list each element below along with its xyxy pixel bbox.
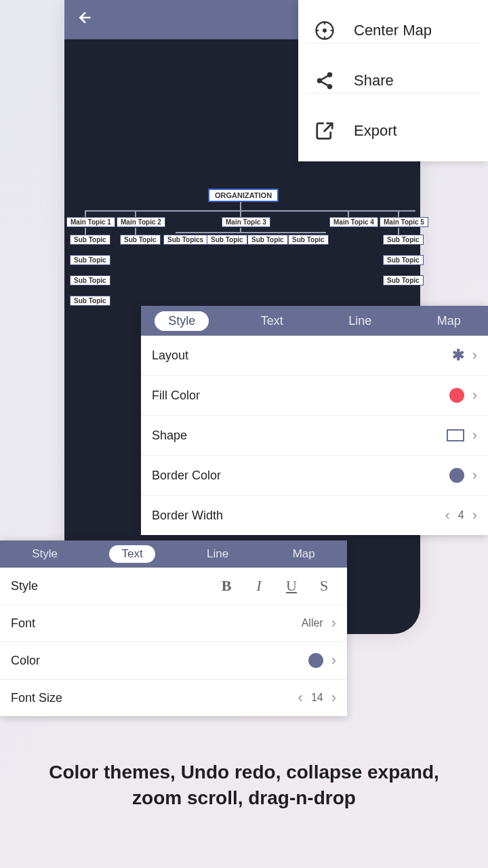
- row-text-color[interactable]: Color ›: [0, 642, 347, 679]
- tab-map[interactable]: Map: [424, 311, 474, 331]
- text-panel-tabs: Style Text Line Map: [0, 540, 347, 568]
- sub-topic-node[interactable]: Sub Topics: [163, 235, 207, 245]
- menu-item-export[interactable]: Export: [298, 106, 488, 156]
- sub-topic-node[interactable]: Sub Topic: [70, 275, 110, 285]
- tab-style[interactable]: Style: [20, 545, 70, 563]
- chevron-left-icon[interactable]: ‹: [445, 507, 449, 524]
- svg-line-10: [322, 82, 328, 85]
- chevron-right-icon: ›: [331, 614, 336, 632]
- main-topic-node[interactable]: Main Topic 4: [329, 217, 378, 227]
- caption-line-1: Color themes, Undo redo, collapse expand…: [20, 760, 468, 785]
- chevron-right-icon[interactable]: ›: [472, 507, 477, 524]
- row-label: Shape: [152, 429, 187, 443]
- chevron-right-icon: ›: [472, 427, 477, 444]
- row-font-size: Font Size ‹ 14 ›: [0, 679, 347, 716]
- row-label: Border Width: [152, 509, 223, 523]
- style-panel-tabs: Style Text Line Map: [141, 306, 488, 336]
- main-topic-node[interactable]: Main Topic 5: [380, 217, 428, 227]
- svg-point-1: [323, 29, 326, 32]
- tab-style[interactable]: Style: [155, 311, 209, 331]
- menu-item-share[interactable]: Share: [298, 56, 488, 106]
- tab-line[interactable]: Line: [335, 311, 385, 331]
- chevron-right-icon: ›: [472, 467, 477, 484]
- caption-line-2: zoom scroll, drag-n-drop: [20, 785, 468, 811]
- row-border-width: Border Width ‹ 4 ›: [141, 496, 488, 535]
- sub-topic-node[interactable]: Sub Topic: [70, 235, 110, 245]
- chevron-right-icon: ›: [472, 387, 477, 404]
- back-arrow-icon[interactable]: [77, 9, 94, 31]
- row-label: Style: [11, 579, 38, 593]
- text-color-swatch: [308, 653, 323, 668]
- text-panel: Style Text Line Map Style B I U S Font A…: [0, 540, 347, 716]
- underline-button[interactable]: U: [279, 577, 304, 595]
- chevron-right-icon[interactable]: ›: [331, 689, 336, 707]
- row-label: Font Size: [11, 691, 62, 705]
- row-layout[interactable]: Layout ✱ ›: [141, 336, 488, 376]
- sub-topic-node[interactable]: Sub Topic: [383, 255, 424, 265]
- menu-label: Share: [354, 72, 394, 90]
- style-panel: Style Text Line Map Layout ✱ › Fill Colo…: [141, 306, 488, 535]
- italic-button[interactable]: I: [247, 577, 271, 595]
- row-font[interactable]: Font Aller ›: [0, 605, 347, 642]
- row-border-color[interactable]: Border Color ›: [141, 456, 488, 496]
- svg-point-6: [327, 73, 333, 78]
- border-color-swatch: [449, 468, 464, 483]
- border-width-value: 4: [458, 509, 464, 521]
- strikethrough-button[interactable]: S: [312, 577, 336, 595]
- svg-point-8: [327, 84, 333, 90]
- crosshair-icon: [314, 20, 335, 41]
- shape-rect-icon: [447, 429, 464, 441]
- main-topic-node[interactable]: Main Topic 2: [117, 217, 165, 227]
- share-icon: [314, 71, 335, 91]
- sub-topic-node[interactable]: Sub Topic: [288, 235, 329, 245]
- sub-topic-node[interactable]: Sub Topic: [70, 255, 110, 265]
- sub-topic-node[interactable]: Sub Topic: [247, 235, 288, 245]
- row-text-style: Style B I U S: [0, 568, 347, 605]
- sub-topic-node[interactable]: Sub Topic: [383, 275, 424, 285]
- main-topic-node[interactable]: Main Topic 3: [222, 217, 270, 227]
- svg-line-9: [322, 76, 328, 79]
- export-icon: [314, 121, 335, 141]
- layout-icon: ✱: [452, 347, 464, 364]
- tab-text[interactable]: Text: [109, 545, 155, 563]
- chevron-left-icon[interactable]: ‹: [298, 689, 303, 707]
- fill-color-swatch: [449, 388, 464, 403]
- tab-text[interactable]: Text: [247, 311, 297, 331]
- menu-label: Center Map: [354, 22, 432, 39]
- marketing-caption: Color themes, Undo redo, collapse expand…: [0, 760, 488, 811]
- sub-topic-node[interactable]: Sub Topic: [120, 235, 161, 245]
- chevron-right-icon: ›: [331, 652, 336, 669]
- row-label: Color: [11, 654, 40, 668]
- bold-button[interactable]: B: [214, 577, 239, 595]
- row-label: Border Color: [152, 469, 221, 483]
- chevron-right-icon: ›: [472, 347, 477, 364]
- overflow-menu: Center Map Share Export: [298, 0, 488, 161]
- svg-point-7: [317, 78, 323, 83]
- row-fill-color[interactable]: Fill Color ›: [141, 376, 488, 416]
- sub-topic-node[interactable]: Sub Topic: [207, 235, 247, 245]
- sub-topic-node[interactable]: Sub Topic: [383, 235, 424, 245]
- org-root-node[interactable]: ORGANIZATION: [208, 189, 279, 202]
- sub-topic-node[interactable]: Sub Topic: [70, 296, 110, 306]
- main-topic-node[interactable]: Main Topic 1: [66, 217, 115, 227]
- font-value: Aller: [302, 617, 323, 629]
- row-shape[interactable]: Shape ›: [141, 416, 488, 456]
- row-label: Font: [11, 616, 35, 631]
- row-label: Layout: [152, 349, 188, 363]
- tab-map[interactable]: Map: [281, 545, 327, 563]
- row-label: Fill Color: [152, 389, 200, 403]
- menu-item-center-map[interactable]: Center Map: [298, 5, 488, 56]
- font-size-value: 14: [311, 692, 323, 704]
- menu-label: Export: [354, 122, 397, 140]
- tab-line[interactable]: Line: [195, 545, 241, 563]
